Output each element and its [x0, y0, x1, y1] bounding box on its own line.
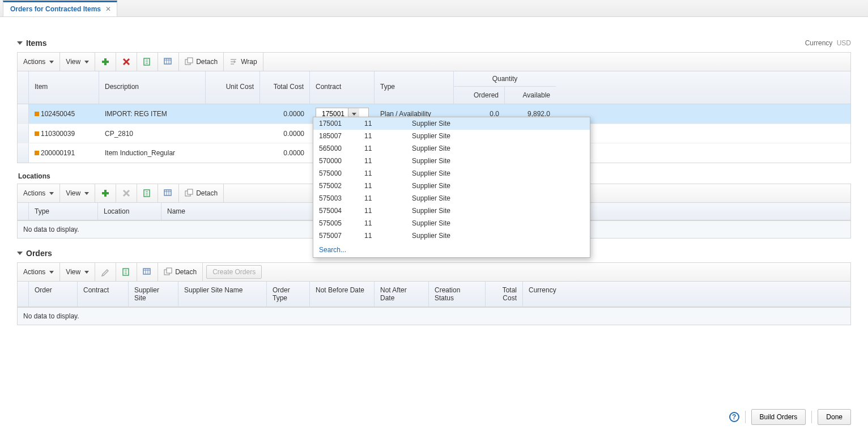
dropdown-option[interactable]: 57000011Supplier Site [313, 155, 590, 167]
cell-item: 102450045 [41, 110, 75, 118]
col-not-before-date[interactable]: Not Before Date [310, 282, 375, 307]
dropdown-option[interactable]: 57500211Supplier Site [313, 180, 590, 192]
col-item[interactable]: Item [29, 71, 99, 104]
query-button[interactable] [158, 53, 179, 71]
add-button[interactable] [95, 184, 116, 202]
delete-button[interactable] [116, 184, 137, 202]
export-button[interactable] [116, 263, 137, 281]
add-button[interactable] [95, 53, 116, 71]
dropdown-option[interactable]: 57500411Supplier Site [313, 205, 590, 217]
col-contract[interactable]: Contract [78, 282, 129, 307]
svg-rect-7 [188, 58, 193, 63]
col-not-after-date[interactable]: Not After Date [375, 282, 429, 307]
actions-menu[interactable]: Actions [18, 53, 60, 71]
create-orders-button[interactable]: Create Orders [206, 265, 262, 279]
col-supplier-site-name[interactable]: Supplier Site Name [178, 282, 267, 307]
cell-total-cost: 0.0000 [260, 126, 310, 141]
view-label: View [66, 58, 80, 66]
svg-rect-17 [143, 269, 150, 274]
col-type[interactable]: Type [29, 203, 98, 220]
tab-close-icon[interactable]: ✕ [105, 5, 111, 13]
col-type[interactable]: Type [375, 71, 454, 104]
dropdown-option[interactable]: 56500011Supplier Site [313, 142, 590, 155]
cell-description: IMPORT: REG ITEM [99, 107, 206, 121]
actions-menu[interactable]: Actions [18, 263, 60, 281]
col-order-type[interactable]: Order Type [267, 282, 310, 307]
table-query-icon [164, 57, 173, 66]
export-icon [143, 189, 152, 198]
items-grid: Item Description Unit Cost Total Cost Co… [17, 71, 851, 163]
cell-total-cost: 0.0000 [260, 146, 310, 160]
dropdown-search-link[interactable]: Search... [313, 242, 590, 257]
wrap-label: Wrap [241, 58, 257, 66]
dropdown-option[interactable]: 57500311Supplier Site [313, 192, 590, 205]
svg-rect-9 [102, 192, 109, 194]
row-marker-icon [35, 131, 39, 136]
currency-label: Currency [805, 39, 833, 47]
edit-button[interactable] [95, 263, 116, 281]
view-label: View [66, 268, 80, 276]
tab-bar: Orders for Contracted Items ✕ [0, 0, 868, 17]
col-available[interactable]: Available [505, 87, 556, 104]
wrap-button[interactable]: Wrap [224, 53, 263, 71]
view-menu[interactable]: View [60, 53, 95, 71]
detach-button[interactable]: Detach [179, 184, 224, 202]
col-contract[interactable]: Contract [310, 71, 375, 104]
view-menu[interactable]: View [60, 184, 95, 202]
detach-label: Detach [196, 58, 218, 66]
col-description[interactable]: Description [99, 71, 206, 104]
caret-down-icon [84, 61, 89, 63]
export-button[interactable] [137, 184, 158, 202]
orders-grid-header: Order Contract Supplier Site Supplier Si… [18, 282, 850, 307]
detach-icon [164, 267, 173, 276]
detach-button[interactable]: Detach [179, 53, 224, 71]
col-quantity: Quantity [454, 71, 556, 87]
export-icon [143, 57, 152, 66]
dropdown-option[interactable]: 17500111Supplier Site [313, 117, 590, 130]
query-button[interactable] [137, 263, 158, 281]
export-button[interactable] [137, 53, 158, 71]
col-location[interactable]: Location [98, 203, 161, 220]
detach-icon [185, 57, 194, 66]
detach-button[interactable]: Detach [158, 263, 203, 281]
orders-empty-message: No data to display. [17, 308, 851, 325]
tab-orders-contracted-items[interactable]: Orders for Contracted Items ✕ [3, 1, 117, 16]
cell-item: 110300039 [41, 130, 75, 138]
dropdown-option[interactable]: 57500711Supplier Site [313, 229, 590, 242]
svg-rect-1 [102, 61, 109, 63]
caret-down-icon [49, 271, 54, 274]
tab-title: Orders for Contracted Items [10, 5, 101, 13]
collapse-arrow-icon[interactable] [17, 252, 23, 255]
x-icon [122, 189, 131, 198]
col-total-cost[interactable]: Total Cost [486, 282, 523, 307]
items-section-title: Items [26, 39, 47, 48]
col-supplier-site[interactable]: Supplier Site [129, 282, 178, 307]
svg-rect-5 [164, 58, 171, 64]
dropdown-option[interactable]: 18500711Supplier Site [313, 130, 590, 142]
col-creation-status[interactable]: Creation Status [429, 282, 486, 307]
col-unit-cost[interactable]: Unit Cost [206, 71, 260, 104]
row-marker-icon [35, 151, 39, 155]
col-total-cost[interactable]: Total Cost [260, 71, 310, 104]
query-button[interactable] [158, 184, 179, 202]
row-marker-icon [35, 112, 39, 116]
orders-toolbar: Actions View Detach Create Orders [17, 262, 851, 282]
cell-total-cost: 0.0000 [260, 107, 310, 121]
view-menu[interactable]: View [60, 263, 95, 281]
dropdown-option[interactable]: 57500511Supplier Site [313, 217, 590, 229]
currency-indicator: Currency USD [805, 39, 851, 47]
dropdown-option[interactable]: 57500011Supplier Site [313, 167, 590, 180]
currency-value: USD [837, 39, 851, 47]
items-grid-header: Item Description Unit Cost Total Cost Co… [18, 71, 850, 104]
contract-dropdown-panel[interactable]: 17500111Supplier Site18500711Supplier Si… [313, 117, 590, 258]
actions-menu[interactable]: Actions [18, 184, 60, 202]
delete-button[interactable] [116, 53, 137, 71]
detach-label: Detach [196, 189, 218, 197]
wrap-icon [229, 57, 239, 66]
collapse-arrow-icon[interactable] [17, 41, 23, 45]
col-currency[interactable]: Currency [523, 282, 560, 307]
col-order[interactable]: Order [29, 282, 78, 307]
table-query-icon [143, 267, 152, 276]
col-ordered[interactable]: Ordered [454, 87, 505, 104]
cell-item: 200000191 [41, 149, 75, 157]
